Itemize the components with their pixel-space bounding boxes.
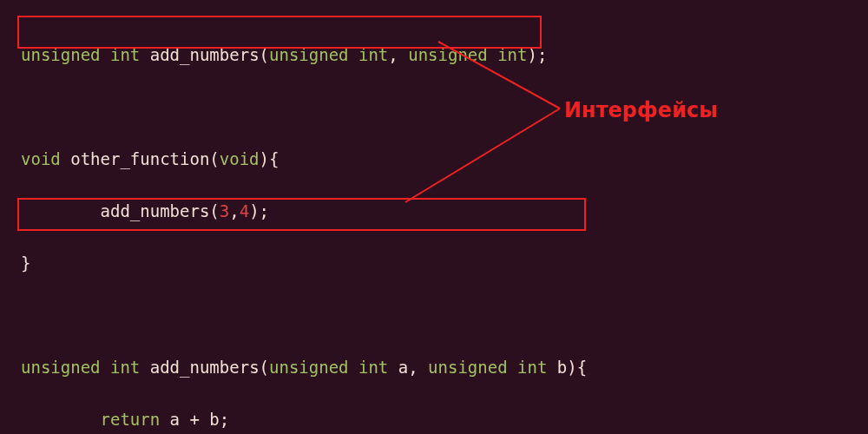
number-literal: 3 (220, 201, 229, 220)
identifier: add_numbers( (140, 45, 269, 64)
blank-line (21, 302, 868, 328)
annotation-label: Интерфейсы (564, 97, 718, 123)
keyword: return (101, 410, 161, 429)
keyword: unsigned (269, 45, 349, 64)
blank-line (21, 94, 868, 120)
code-line-7: unsigned int add_numbers(unsigned int a,… (21, 354, 868, 380)
code-line-5: } (21, 250, 868, 276)
code-line-8: return a + b; (21, 406, 868, 432)
number-literal: 4 (240, 201, 249, 220)
keyword: int (110, 45, 140, 64)
identifier: other_function( (61, 149, 220, 168)
keyword: void (220, 149, 260, 168)
keyword: int (358, 358, 388, 377)
keyword: void (21, 149, 61, 168)
code-line-3: void other_function(void){ (21, 146, 868, 172)
identifier: add_numbers( (140, 358, 269, 377)
keyword: unsigned (21, 45, 101, 64)
keyword: unsigned (269, 358, 349, 377)
keyword: int (110, 358, 140, 377)
keyword: unsigned (408, 45, 488, 64)
code-line-1: unsigned int add_numbers(unsigned int, u… (21, 42, 868, 68)
keyword: unsigned (21, 358, 101, 377)
keyword: int (358, 45, 388, 64)
code-line-4: add_numbers(3,4); (21, 198, 868, 224)
code-block: unsigned int add_numbers(unsigned int, u… (0, 0, 868, 434)
keyword: int (497, 45, 527, 64)
keyword: int (517, 358, 547, 377)
keyword: unsigned (428, 358, 508, 377)
